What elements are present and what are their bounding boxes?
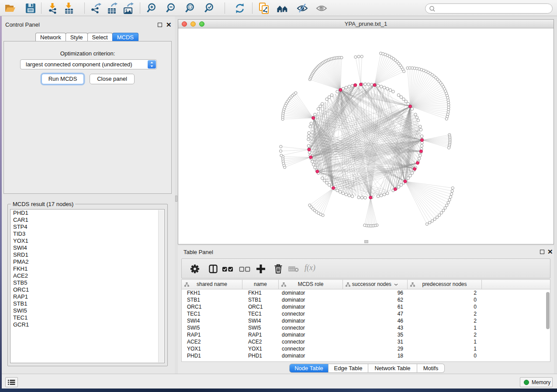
table-tab-edge-table[interactable]: Edge Table bbox=[329, 364, 368, 373]
zoom-in-icon[interactable] bbox=[146, 2, 158, 14]
control-panel-tab-mcds[interactable]: MCDS bbox=[112, 33, 138, 41]
select-all-columns-icon[interactable] bbox=[221, 263, 234, 275]
show-hide-panels-icon[interactable] bbox=[277, 2, 289, 14]
table-row-SWI5[interactable]: SWI5SWI5connector431 bbox=[182, 324, 550, 331]
table-scrollbar[interactable] bbox=[546, 292, 550, 329]
mcds-result-item[interactable]: STB5 bbox=[10, 279, 164, 286]
table-tab-motifs[interactable]: Motifs bbox=[417, 364, 445, 373]
table-row-RAP1[interactable]: RAP1RAP1dominator352 bbox=[182, 331, 550, 338]
table-settings-gear-icon[interactable] bbox=[189, 263, 201, 275]
mcds-result-group: MCDS result (17 nodes) PHD1CAR1STP4TID3Y… bbox=[7, 204, 168, 366]
table-panel-title: Table Panel bbox=[183, 249, 213, 255]
zoom-selected-icon[interactable] bbox=[204, 2, 216, 14]
delete-column-icon[interactable] bbox=[272, 263, 284, 275]
mcds-result-item[interactable]: CAR1 bbox=[10, 217, 164, 224]
copy-network-icon[interactable] bbox=[258, 2, 270, 14]
mcds-result-item[interactable]: TID3 bbox=[10, 230, 164, 237]
control-panel-title: Control Panel bbox=[5, 21, 40, 28]
float-panel-icon[interactable] bbox=[158, 23, 162, 27]
table-row-SWI4[interactable]: SWI4SWI4dominator462 bbox=[182, 317, 550, 324]
control-panel-tab-network[interactable]: Network bbox=[35, 33, 66, 41]
main-toolbar bbox=[0, 0, 557, 16]
toolbar-separator bbox=[140, 3, 140, 14]
zoom-fit-icon[interactable] bbox=[184, 2, 197, 14]
mcds-result-item[interactable]: SWI4 bbox=[10, 244, 164, 251]
memory-button[interactable]: Memory bbox=[520, 377, 553, 387]
memory-status-icon bbox=[524, 380, 529, 385]
optimization-criterion-label: Optimization criterion: bbox=[4, 50, 171, 57]
export-network-icon[interactable] bbox=[90, 2, 102, 14]
toolbar-separator bbox=[41, 3, 42, 14]
table-row-TEC1[interactable]: TEC1TEC1connector472 bbox=[182, 310, 550, 317]
table-tabs: Node TableEdge TableNetwork TableMotifs bbox=[289, 364, 445, 373]
control-panel-tab-style[interactable]: Style bbox=[66, 33, 88, 41]
search-input[interactable] bbox=[425, 3, 553, 14]
table-header: shared namenameMCDS rolesuccessor nodes … bbox=[182, 280, 550, 289]
mcds-result-item[interactable]: GCR1 bbox=[10, 321, 164, 328]
criterion-dropdown[interactable]: largest connected component (undirected) bbox=[20, 59, 157, 69]
close-table-panel-icon[interactable]: ✕ bbox=[547, 249, 553, 254]
function-builder-icon: f(x) bbox=[304, 263, 315, 272]
network-window-titlebar[interactable]: YPA_prune.txt_1 bbox=[178, 20, 554, 28]
mcds-result-item[interactable]: RAP1 bbox=[10, 293, 164, 300]
control-panel-tab-select[interactable]: Select bbox=[87, 33, 113, 41]
mcds-result-item[interactable]: SRD1 bbox=[10, 251, 164, 258]
column-header-MCDS-role[interactable]: MCDS role bbox=[279, 280, 343, 289]
mcds-result-list[interactable]: PHD1CAR1STP4TID3YOX1SWI4SRD1PMA2FKH1ACE2… bbox=[10, 209, 165, 363]
panel-splitter-grip[interactable] bbox=[175, 196, 177, 202]
run-mcds-button[interactable]: Run MCDS bbox=[42, 74, 84, 84]
mcds-result-item[interactable]: PHD1 bbox=[10, 210, 164, 217]
close-panel-button[interactable]: Close panel bbox=[90, 74, 135, 84]
column-header-name[interactable]: name bbox=[242, 280, 279, 289]
mcds-result-item[interactable]: TEC1 bbox=[10, 314, 164, 321]
table-row-PHD1[interactable]: PHD1PHD1dominator180 bbox=[182, 352, 550, 359]
mcds-list-scrollbar[interactable] bbox=[158, 210, 164, 362]
mcds-result-item[interactable]: FKH1 bbox=[10, 265, 164, 272]
table-row-YOX1[interactable]: YOX1YOX1connector291 bbox=[182, 345, 550, 352]
minimize-window-icon[interactable] bbox=[190, 21, 196, 27]
table-row-STB1[interactable]: STB1STB1dominator620 bbox=[182, 296, 550, 303]
deselect-all-columns-icon[interactable] bbox=[239, 263, 251, 275]
close-window-icon[interactable] bbox=[182, 21, 187, 27]
mcds-result-item[interactable]: YOX1 bbox=[10, 237, 164, 244]
node-table: shared namenameMCDS rolesuccessor nodes … bbox=[181, 279, 550, 362]
column-header-successor-nodes[interactable]: successor nodes bbox=[343, 280, 408, 289]
toolbar-separator bbox=[84, 3, 85, 14]
table-row-ACE2[interactable]: ACE2ACE2connector311 bbox=[182, 338, 550, 345]
network-view-window: YPA_prune.txt_1 bbox=[178, 19, 554, 244]
table-row-ORC1[interactable]: ORC1ORC1dominator610 bbox=[182, 303, 550, 310]
network-canvas[interactable] bbox=[178, 28, 554, 244]
refresh-icon[interactable] bbox=[234, 2, 246, 14]
table-row-FKH1[interactable]: FKH1FKH1dominator962 bbox=[182, 289, 550, 296]
mcds-result-item[interactable]: STP4 bbox=[10, 224, 164, 230]
add-column-icon[interactable] bbox=[255, 263, 267, 275]
mcds-result-item[interactable]: ACE2 bbox=[10, 272, 164, 279]
table-tab-node-table[interactable]: Node Table bbox=[289, 364, 329, 373]
dropdown-stepper-icon bbox=[148, 60, 156, 69]
mcds-result-item[interactable]: STB1 bbox=[10, 300, 164, 307]
close-panel-icon[interactable]: ✕ bbox=[166, 22, 172, 28]
task-history-button[interactable] bbox=[5, 377, 18, 387]
maximize-window-icon[interactable] bbox=[199, 21, 204, 27]
float-table-panel-icon[interactable] bbox=[540, 250, 544, 254]
export-image-icon[interactable] bbox=[122, 2, 135, 14]
network-window-title: YPA_prune.txt_1 bbox=[178, 20, 554, 28]
mcds-result-item[interactable]: PMA2 bbox=[10, 258, 164, 265]
column-header-predecessor-nodes[interactable]: predecessor nodes bbox=[408, 280, 482, 289]
mcds-result-item[interactable]: ORC1 bbox=[10, 286, 164, 293]
mcds-result-item[interactable]: SWI5 bbox=[10, 307, 164, 314]
column-header-shared-name[interactable]: shared name bbox=[182, 280, 242, 289]
open-file-icon[interactable] bbox=[4, 2, 16, 14]
show-column-panel-icon[interactable] bbox=[207, 263, 219, 275]
show-eye-icon[interactable] bbox=[315, 2, 328, 14]
delete-table-icon bbox=[288, 263, 300, 275]
export-table-icon[interactable] bbox=[106, 2, 118, 14]
splitter-handle[interactable] bbox=[364, 240, 368, 243]
save-icon[interactable] bbox=[24, 2, 37, 14]
table-tab-network-table[interactable]: Network Table bbox=[368, 364, 417, 373]
import-table-icon[interactable] bbox=[63, 2, 75, 14]
zoom-out-icon[interactable] bbox=[165, 2, 177, 14]
import-network-icon[interactable] bbox=[47, 2, 59, 14]
table-toolbar: f(x) bbox=[181, 258, 550, 279]
hide-eye-icon[interactable] bbox=[296, 2, 308, 14]
